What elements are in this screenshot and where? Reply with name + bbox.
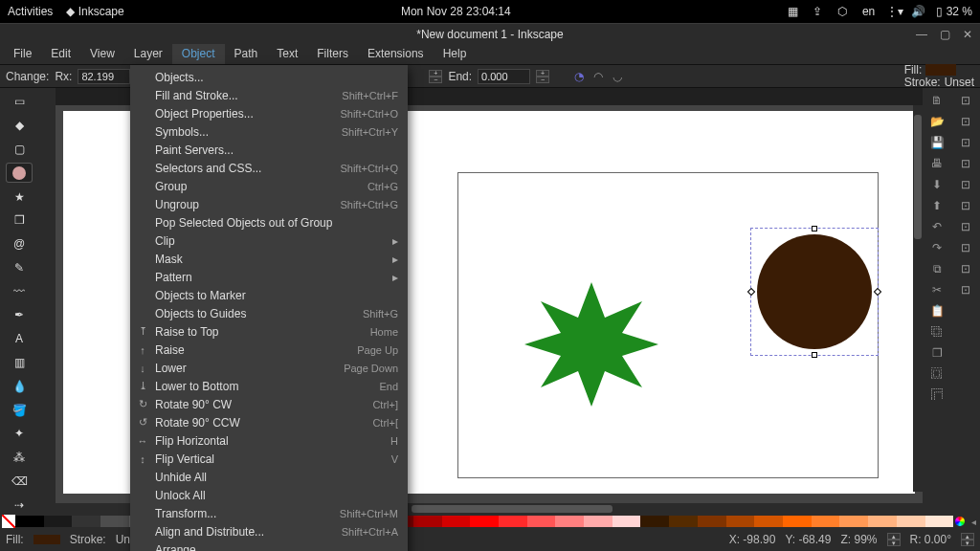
- cmd-save[interactable]: 💾: [930, 136, 944, 149]
- minimize-button[interactable]: —: [915, 28, 928, 41]
- menu-item-group[interactable]: GroupCtrl+G: [130, 177, 408, 195]
- palette-swatch[interactable]: [640, 516, 669, 527]
- menu-item-selectors-and-css[interactable]: Selectors and CSS...Shift+Ctrl+Q: [130, 159, 408, 177]
- menu-item-flip-horizontal[interactable]: ↔Flip HorizontalH: [130, 431, 408, 450]
- cmd-copy[interactable]: ⧉: [930, 262, 944, 276]
- palette-swatch[interactable]: [868, 516, 897, 527]
- star-shape[interactable]: [524, 277, 658, 411]
- menu-view[interactable]: View: [80, 44, 124, 64]
- menu-item-mask[interactable]: Mask▸: [130, 250, 408, 268]
- snap-other[interactable]: ⊡: [959, 157, 972, 170]
- tool-pencil[interactable]: ✎: [6, 257, 33, 277]
- tool-circle[interactable]: [6, 163, 33, 183]
- snap-center[interactable]: ⊡: [959, 262, 972, 276]
- menu-item-clip[interactable]: Clip▸: [130, 231, 408, 250]
- cmd-cut[interactable]: ✂: [930, 283, 944, 297]
- palette-swatch[interactable]: [669, 516, 698, 527]
- cmd-ungroup[interactable]: ⿸: [930, 388, 944, 402]
- menu-item-objects-to-marker[interactable]: Objects to Marker: [130, 286, 408, 304]
- volume-icon[interactable]: 🔊: [911, 5, 924, 18]
- menu-extensions[interactable]: Extensions: [358, 44, 434, 64]
- dropbox-icon[interactable]: ⇪: [813, 5, 826, 18]
- menu-item-objects-to-guides[interactable]: Objects to GuidesShift+G: [130, 304, 408, 322]
- current-fill-swatch[interactable]: [925, 64, 956, 76]
- palette-swatch[interactable]: [100, 516, 129, 527]
- snap-bbox[interactable]: ⊡: [959, 115, 972, 128]
- menu-item-rotate-90-cw[interactable]: ↻Rotate 90° CWCtrl+]: [130, 395, 408, 413]
- arc-chord-icon[interactable]: ◡: [611, 70, 624, 83]
- tool-text[interactable]: A: [6, 329, 33, 349]
- menu-layer[interactable]: Layer: [124, 44, 172, 64]
- menu-item-symbols[interactable]: Symbols...Shift+Ctrl+Y: [130, 122, 408, 141]
- tool-connector[interactable]: ⇢: [6, 495, 33, 515]
- palette-swatch[interactable]: [470, 516, 499, 527]
- cmd-clone[interactable]: ❐: [930, 346, 944, 360]
- tool-spiral[interactable]: @: [6, 234, 33, 254]
- cmd-export[interactable]: ⬆: [930, 199, 944, 212]
- snap-rotation[interactable]: ⊡: [959, 283, 972, 297]
- palette-swatch[interactable]: [442, 516, 471, 527]
- end-input[interactable]: [478, 69, 530, 84]
- menu-item-rotate-90-ccw[interactable]: ↺Rotate 90° CCWCtrl+[: [130, 413, 408, 431]
- menu-item-raise-to-top[interactable]: ⤒Raise to TopHome: [130, 322, 408, 341]
- palette-swatch[interactable]: [527, 516, 556, 527]
- tool-star[interactable]: ★: [6, 187, 33, 207]
- menu-item-ungroup[interactable]: UngroupShift+Ctrl+G: [130, 195, 408, 213]
- tool-rectangle[interactable]: ▢: [6, 140, 33, 160]
- tool-tweak[interactable]: ✦: [6, 424, 33, 444]
- menu-item-align-and-distribute[interactable]: Align and Distribute...Shift+Ctrl+A: [130, 522, 408, 540]
- arc-open-icon[interactable]: ◠: [591, 70, 605, 83]
- status-fill-swatch[interactable]: [33, 535, 60, 544]
- start-spinner[interactable]: +−: [429, 70, 442, 83]
- palette-swatch[interactable]: [44, 516, 73, 527]
- menu-item-unlock-all[interactable]: Unlock All: [130, 486, 408, 504]
- palette-swatch[interactable]: [15, 516, 44, 527]
- menu-item-pattern[interactable]: Pattern▸: [130, 268, 408, 286]
- menu-object[interactable]: Object: [172, 44, 225, 64]
- snap-grid[interactable]: ⊡: [959, 199, 972, 212]
- cmd-group[interactable]: ⿴: [930, 367, 944, 381]
- tool-bezier[interactable]: 〰: [6, 281, 33, 301]
- tool-spray[interactable]: ⁂: [6, 448, 33, 468]
- cmd-redo[interactable]: ↷: [930, 241, 944, 254]
- status-rotation[interactable]: 0.00°: [924, 533, 951, 546]
- tool-gradient[interactable]: ▥: [6, 353, 33, 373]
- snap-guide[interactable]: ⊡: [959, 220, 972, 233]
- tool-calligraphy[interactable]: ✒: [6, 305, 33, 325]
- tool-paint-bucket[interactable]: 🪣: [6, 400, 33, 420]
- palette-menu-arrow[interactable]: ◂: [967, 517, 980, 527]
- palette-swatch[interactable]: [925, 516, 954, 527]
- snap-intersect[interactable]: ⊡: [959, 241, 972, 254]
- palette-swatch[interactable]: [897, 516, 925, 527]
- rotation-spinner[interactable]: ▴▾: [961, 533, 974, 546]
- menu-text[interactable]: Text: [267, 44, 307, 64]
- menu-item-fill-and-stroke[interactable]: Fill and Stroke...Shift+Ctrl+F: [130, 86, 408, 104]
- cmd-open[interactable]: 📂: [930, 115, 944, 128]
- palette-none[interactable]: [2, 515, 15, 528]
- menu-item-raise[interactable]: ↑RaisePage Up: [130, 341, 408, 359]
- palette-swatch[interactable]: [584, 516, 612, 527]
- tool-selector[interactable]: ▭: [6, 92, 33, 112]
- menu-help[interactable]: Help: [434, 44, 477, 64]
- tool-eraser[interactable]: ⌫: [6, 472, 33, 492]
- palette-swatch[interactable]: [754, 516, 783, 527]
- palette-wheel-icon[interactable]: [953, 515, 967, 528]
- menu-item-lower-to-bottom[interactable]: ⤓Lower to BottomEnd: [130, 377, 408, 395]
- menu-item-arrange[interactable]: Arrange...: [130, 540, 408, 551]
- end-spinner[interactable]: +−: [536, 70, 549, 83]
- palette-swatch[interactable]: [72, 516, 100, 527]
- cmd-new-doc[interactable]: 🗎: [930, 94, 944, 107]
- menu-item-object-properties[interactable]: Object Properties...Shift+Ctrl+O: [130, 104, 408, 122]
- maximize-button[interactable]: ▢: [938, 28, 951, 41]
- activities-button[interactable]: Activities: [8, 5, 53, 18]
- rx-input[interactable]: [78, 69, 130, 84]
- tool-node-editor[interactable]: ◆: [6, 116, 33, 136]
- palette-swatch[interactable]: [612, 516, 641, 527]
- cmd-import[interactable]: ⬇: [930, 178, 944, 191]
- palette-swatch[interactable]: [783, 516, 812, 527]
- snap-toggle[interactable]: ⊡: [959, 94, 972, 107]
- app-indicator[interactable]: ◆ Inkscape: [66, 5, 123, 18]
- palette-swatch[interactable]: [698, 516, 726, 527]
- cmd-duplicate[interactable]: ⿻: [930, 325, 944, 339]
- battery-indicator[interactable]: ▯ 32 %: [936, 5, 972, 18]
